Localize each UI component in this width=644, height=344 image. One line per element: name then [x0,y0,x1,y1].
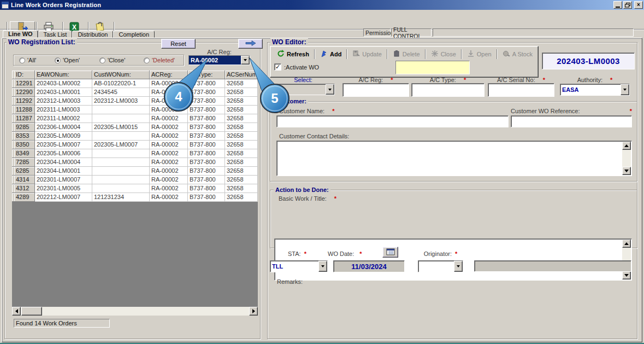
row-header-cell[interactable]: 4314 [14,176,35,184]
yellow-input-field[interactable] [395,61,470,74]
table-cell[interactable]: RA-00002 [150,97,188,106]
table-horizontal-scrollbar[interactable] [12,307,258,316]
table-cell[interactable] [92,167,150,176]
scroll-right-icon[interactable] [249,307,258,316]
customer-contact-textarea[interactable] [276,141,632,176]
basic-work-textarea[interactable] [274,238,632,281]
table-cell[interactable]: 202312-LM0003 [92,97,150,106]
column-header[interactable]: CustWONum: [92,71,150,79]
scrollbar-thumb[interactable] [21,307,42,316]
table-cell[interactable]: 32658 [225,141,258,149]
select-combo[interactable] [271,84,335,95]
table-cell[interactable]: RA-00002 [150,132,188,141]
table-cell[interactable]: 121231234 [92,193,150,202]
table-cell[interactable]: B737-800 [188,176,225,184]
wo-table[interactable]: ID:EAWONum:CustWONum:ACReg:ACType:ACSerN… [12,71,258,307]
row-header-cell[interactable]: 11292 [14,97,35,106]
table-cell[interactable]: B737-800 [188,158,225,167]
table-cell[interactable]: 32658 [225,184,258,193]
table-cell[interactable]: RA-00002 [150,106,188,114]
table-cell[interactable]: 202301-LM0005 [35,184,92,193]
table-cell[interactable]: 202312-LM0003 [35,97,92,106]
row-header-cell[interactable]: 4289 [14,193,35,202]
refresh-button[interactable]: Refresh [273,49,313,60]
table-cell[interactable]: B737-800 [188,141,225,149]
table-cell[interactable]: 32658 [225,158,258,167]
table-cell[interactable]: 2434545 [92,88,150,97]
ac-reg-input[interactable] [342,83,409,97]
tab-line-wo[interactable]: Line WO [3,30,38,38]
table-cell[interactable]: 202311-LM0002 [35,114,92,123]
table-cell[interactable]: 202305-LM0009 [35,132,92,141]
scroll-down-icon[interactable] [622,271,631,279]
originator-combo[interactable] [418,260,463,272]
table-cell[interactable]: AB-01022020-1 [92,79,150,88]
filter-radio-deleted[interactable]: 'Deleted' [144,57,175,63]
next-arrow-button[interactable] [238,39,263,49]
table-cell[interactable]: B737-800 [188,123,225,132]
table-cell[interactable]: 202305-LM0006 [35,149,92,158]
tab-distribution[interactable]: Distribution [72,31,113,38]
table-cell[interactable]: B737-800 [188,167,225,176]
scroll-down-icon[interactable] [622,167,631,175]
table-cell[interactable]: 32658 [225,176,258,184]
table-cell[interactable]: RA-00002 [150,141,188,149]
table-cell[interactable]: B737-800 [188,149,225,158]
filter-radio-close[interactable]: 'Close' [99,57,125,63]
table-cell[interactable]: 32658 [225,193,258,202]
restore-button[interactable] [623,1,632,9]
table-cell[interactable]: 202305-LM0015 [92,123,150,132]
table-cell[interactable]: 202212-LM0007 [35,193,92,202]
table-cell[interactable]: RA-00002 [150,167,188,176]
row-header-cell[interactable]: 8353 [14,132,35,141]
tab-task-list[interactable]: Task List [38,31,73,38]
row-header-cell[interactable]: 7285 [14,158,35,167]
scroll-left-icon[interactable] [12,307,21,316]
table-cell[interactable]: RA-00002 [150,79,188,88]
row-header-cell[interactable]: 9285 [14,123,35,132]
table-cell[interactable]: RA-00002 [150,193,188,202]
row-header-cell[interactable]: 12290 [14,88,35,97]
table-cell[interactable]: 32658 [225,88,258,97]
sta-combo[interactable]: TLL [270,260,328,272]
table-cell[interactable]: B737-800 [188,193,225,202]
column-header[interactable]: ID: [14,71,35,79]
table-cell[interactable]: RA-00002 [150,88,188,97]
table-cell[interactable]: 32658 [225,97,258,106]
table-cell[interactable]: B737-800 [188,79,225,88]
table-cell[interactable]: B737-800 [188,88,225,97]
ac-reg-filter-combo[interactable]: RA-00002 [188,55,250,65]
table-cell[interactable]: B737-800 [188,132,225,141]
chevron-down-icon[interactable] [454,261,463,272]
window-close-button[interactable]: × [634,1,643,9]
reset-button[interactable]: Reset [161,39,196,49]
chevron-down-icon[interactable] [318,261,327,272]
ac-type-input[interactable] [411,83,485,97]
table-cell[interactable]: 202305-LM0007 [92,141,150,149]
table-cell[interactable] [92,114,150,123]
textarea-scrollbar[interactable] [622,240,631,279]
authority-combo[interactable]: EASA [560,84,630,96]
table-cell[interactable]: RA-00002 [150,114,188,123]
table-cell[interactable]: 32658 [225,149,258,158]
add-button[interactable]: Add [316,49,345,60]
table-cell[interactable]: B737-800 [188,184,225,193]
table-cell[interactable]: 202311-LM0003 [35,106,92,114]
table-cell[interactable]: B737-800 [188,97,225,106]
table-cell[interactable]: 32658 [225,79,258,88]
table-cell[interactable] [92,149,150,158]
row-header-cell[interactable]: 12291 [14,79,35,88]
tab-completion[interactable]: Completion [113,31,155,38]
filter-radio-all[interactable]: 'All' [19,57,36,63]
chevron-down-icon[interactable] [326,84,334,95]
row-header-cell[interactable]: 8349 [14,149,35,158]
table-cell[interactable]: 32658 [225,132,258,141]
activate-wo-checkbox[interactable]: ✓ [274,63,281,71]
column-header[interactable]: ACSerNum: [225,71,258,79]
customer-wo-ref-input[interactable] [511,115,632,127]
scroll-up-icon[interactable] [622,142,631,150]
table-cell[interactable]: 32658 [225,114,258,123]
table-cell[interactable]: RA-00002 [150,149,188,158]
chevron-down-icon[interactable] [241,56,250,65]
table-cell[interactable]: 32658 [225,123,258,132]
